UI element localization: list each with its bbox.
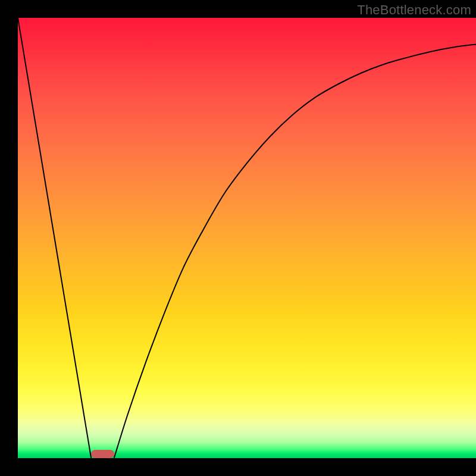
chart-frame: TheBottleneck.com — [0, 0, 476, 476]
right-curve-path — [114, 44, 476, 458]
watermark-text: TheBottleneck.com — [357, 2, 471, 18]
curve-svg — [18, 18, 476, 458]
plot-area — [18, 18, 476, 458]
left-line-path — [18, 18, 91, 458]
